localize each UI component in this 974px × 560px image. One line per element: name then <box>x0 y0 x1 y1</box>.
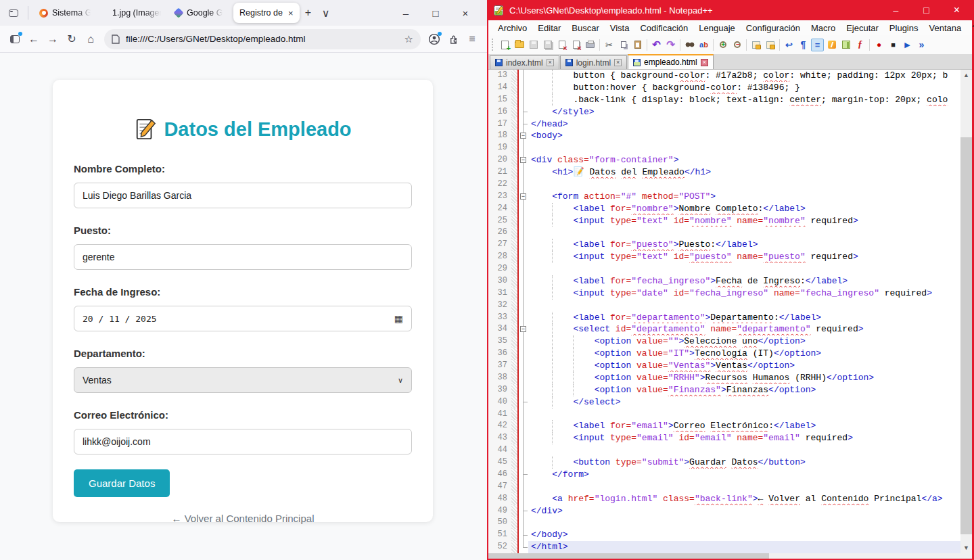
menu-item-lenguaje[interactable]: Lenguaje <box>693 23 741 33</box>
paste-icon[interactable] <box>631 39 644 51</box>
menu-item-archivo[interactable]: Archivo <box>492 23 532 33</box>
code-line-34: 34− <select id="departamento" name="depa… <box>488 323 960 335</box>
doc-switcher-icon[interactable] <box>825 39 838 51</box>
find-icon[interactable] <box>683 39 696 51</box>
code-line-46: 46 </form> <box>488 469 960 481</box>
print-icon[interactable] <box>584 39 597 51</box>
replace-icon[interactable] <box>697 39 710 51</box>
menu-hamburger-icon[interactable]: ≡ <box>463 30 482 49</box>
departamento-select[interactable]: Ventas ∨ <box>74 367 412 393</box>
home-icon[interactable]: ⌂ <box>81 30 100 49</box>
menu-item-codificacin[interactable]: Codificación <box>634 23 693 33</box>
vertical-scroll-thumb[interactable] <box>960 137 972 534</box>
minimize-button[interactable]: – <box>391 7 421 19</box>
scroll-down-arrow[interactable]: ▼ <box>960 542 972 553</box>
sync-horizontal-icon[interactable] <box>764 39 776 51</box>
url-bar[interactable]: file:///C:/Users/GNet/Desktop/empleado.h… <box>104 29 421 49</box>
sync-vertical-icon[interactable] <box>749 39 762 51</box>
vertical-scrollbar[interactable]: ▲ ▼ <box>960 70 972 553</box>
email-input[interactable] <box>74 429 412 454</box>
save-all-icon[interactable] <box>541 39 554 51</box>
open-file-icon[interactable] <box>513 39 526 51</box>
npp-menubar-items: ArchivoEditarBuscarVistaCodificaciónLeng… <box>492 23 974 33</box>
horizontal-scrollbar[interactable] <box>488 553 972 559</box>
sidebar-toggle-icon[interactable] <box>5 30 24 49</box>
new-tab-button[interactable]: + <box>300 7 317 19</box>
back-link[interactable]: ← Volver al Contenido Principal <box>74 513 412 524</box>
zoom-in-icon[interactable] <box>716 39 729 51</box>
close-file-icon[interactable] <box>555 39 568 51</box>
menu-item-ventana[interactable]: Ventana <box>923 23 967 33</box>
code-editor[interactable]: 13 button { background-color: #17a2b8; c… <box>488 70 972 553</box>
menu-item-buscar[interactable]: Buscar <box>566 23 604 33</box>
doc-tab-close-icon[interactable]: × <box>614 59 622 66</box>
close-button[interactable]: × <box>450 7 480 19</box>
save-icon[interactable] <box>527 39 540 51</box>
reload-icon[interactable]: ↻ <box>62 30 81 49</box>
npp-minimize-button[interactable]: – <box>881 0 911 20</box>
npp-maximize-button[interactable]: □ <box>911 0 942 20</box>
doc-tab-close-icon[interactable]: × <box>701 59 708 66</box>
fecha-date-input[interactable]: 20 / 11 / 2025 ▦ <box>74 306 412 331</box>
url-text[interactable]: file:///C:/Users/GNet/Desktop/empleado.h… <box>126 34 398 44</box>
macro-stop-icon[interactable]: ■ <box>887 39 900 51</box>
doc-tab-close-icon[interactable]: × <box>547 59 554 66</box>
show-all-characters-icon[interactable]: ¶ <box>797 39 810 51</box>
forward-icon[interactable]: → <box>43 30 62 49</box>
browser-tab-sistema[interactable]: Sistema G <box>33 3 106 23</box>
toolbar-separator <box>746 39 747 51</box>
macro-play-icon[interactable]: ▶ <box>901 39 914 51</box>
menu-item-?[interactable]: ? <box>967 23 974 33</box>
page-content: Datos del Empleado Nombre Completo: Pues… <box>0 53 487 559</box>
npp-close-button[interactable]: × <box>942 0 972 20</box>
calendar-icon[interactable]: ▦ <box>394 313 403 324</box>
doc-tab-empleado-active[interactable]: empleado.html × <box>628 54 714 69</box>
show-indent-guide-icon[interactable]: ≡ <box>811 39 824 51</box>
menu-item-ejecutar[interactable]: Ejecutar <box>841 23 884 33</box>
back-icon[interactable]: ← <box>24 30 43 49</box>
redo-icon[interactable]: ↷ <box>664 39 677 51</box>
tab-close-icon[interactable]: × <box>288 8 294 18</box>
firefox-view-icon[interactable] <box>4 3 23 22</box>
menu-item-configuracin[interactable]: Configuración <box>741 23 806 33</box>
menu-item-vista[interactable]: Vista <box>605 23 635 33</box>
macro-record-icon[interactable]: ● <box>873 39 885 51</box>
code-line-22: 22 <box>488 179 960 191</box>
horizontal-scroll-thumb[interactable] <box>488 553 769 559</box>
code-line-27: 27 <label for="puesto">Puesto:</label> <box>488 239 960 251</box>
cut-icon[interactable]: ✂ <box>603 39 616 51</box>
browser-tab-registro-active[interactable]: Registro de × <box>233 3 300 23</box>
macro-run-multiple-icon[interactable]: » <box>915 39 928 51</box>
npp-toolbar: ✂↶↷↩¶≡ƒ●■▶» <box>488 35 972 54</box>
undo-icon[interactable]: ↶ <box>650 39 663 51</box>
fecha-label: Fecha de Ingreso: <box>74 286 412 298</box>
account-icon[interactable] <box>425 30 444 49</box>
menu-item-plugins[interactable]: Plugins <box>884 23 924 33</box>
save-button[interactable]: Guardar Datos <box>74 469 170 497</box>
browser-tab-google[interactable]: Google G <box>168 3 233 23</box>
code-line-45: 45 <button type="submit">Guardar Datos</… <box>488 457 960 469</box>
word-wrap-icon[interactable]: ↩ <box>783 39 795 51</box>
code-line-25: 25 <input type="text" id="nombre" name="… <box>488 215 960 227</box>
tab-list-chevron-icon[interactable]: ∨ <box>317 7 335 20</box>
maximize-button[interactable]: □ <box>421 7 450 19</box>
code-line-18: 18−<body> <box>488 130 960 142</box>
copy-icon[interactable] <box>617 39 630 51</box>
menu-item-macro[interactable]: Macro <box>806 23 841 33</box>
browser-tab-image[interactable]: 1.jpg (Imagen <box>106 3 168 23</box>
doc-tab-login[interactable]: login.html × <box>560 55 627 69</box>
nombre-input[interactable] <box>74 183 412 208</box>
zoom-out-icon[interactable] <box>730 39 743 51</box>
scroll-up-arrow[interactable]: ▲ <box>960 70 972 80</box>
doc-tab-index[interactable]: index.html × <box>490 55 559 69</box>
document-map-icon[interactable] <box>839 39 852 51</box>
puesto-input[interactable] <box>74 244 412 270</box>
npp-doc-tabs: index.html × login.html × empleado.html … <box>488 54 972 70</box>
extensions-puzzle-icon[interactable] <box>444 30 463 49</box>
new-file-icon[interactable] <box>498 39 511 51</box>
bookmark-star-icon[interactable]: ☆ <box>404 33 413 45</box>
close-all-icon[interactable] <box>570 39 582 51</box>
code-line-32: 32 <box>488 300 960 312</box>
menu-item-editar[interactable]: Editar <box>532 23 566 33</box>
function-list-icon[interactable]: ƒ <box>854 39 866 51</box>
